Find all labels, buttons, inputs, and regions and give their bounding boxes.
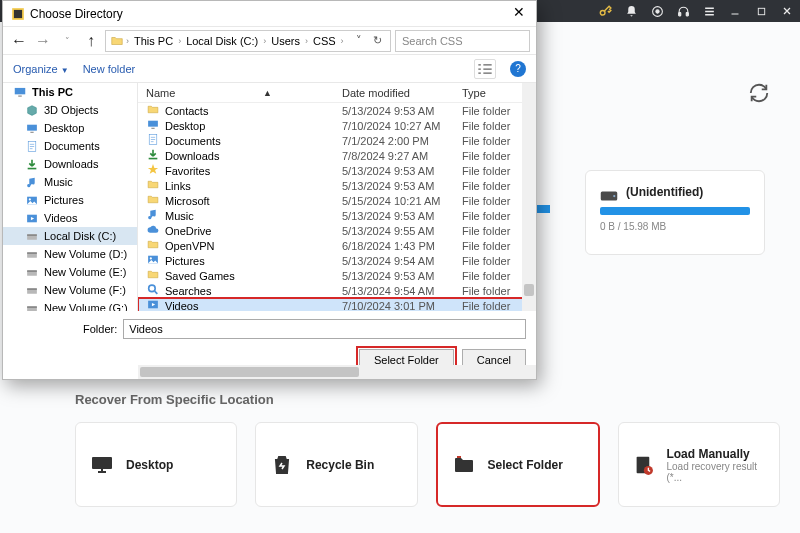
- tree-item[interactable]: Documents: [3, 137, 137, 155]
- file-row[interactable]: Downloads7/8/2024 9:27 AMFile folder: [138, 148, 536, 163]
- headset-icon[interactable]: [676, 4, 690, 18]
- dialog-close-button[interactable]: ✕: [510, 5, 528, 23]
- location-desktop[interactable]: Desktop: [75, 422, 237, 507]
- organize-menu[interactable]: Organize ▼: [13, 63, 69, 75]
- breadcrumb[interactable]: CSS: [310, 35, 339, 47]
- address-dropdown[interactable]: ˅: [352, 34, 366, 47]
- horizontal-scrollbar[interactable]: [138, 365, 536, 379]
- help-button[interactable]: ?: [510, 61, 526, 77]
- folder-icon: [146, 238, 160, 253]
- folder-select-icon: [452, 453, 476, 477]
- file-row[interactable]: Searches5/13/2024 9:54 AMFile folder: [138, 283, 536, 298]
- hard-drive-icon: [600, 189, 618, 203]
- tree-item[interactable]: Local Disk (C:): [3, 227, 137, 245]
- file-row[interactable]: Pictures5/13/2024 9:54 AMFile folder: [138, 253, 536, 268]
- tree-item[interactable]: New Volume (D:): [3, 245, 137, 263]
- view-mode-button[interactable]: [474, 59, 496, 79]
- folder-name-input[interactable]: [123, 319, 526, 339]
- tree-item[interactable]: Pictures: [3, 191, 137, 209]
- tree-item[interactable]: New Volume (E:): [3, 263, 137, 281]
- drive-capacity: 0 B / 15.98 MB: [600, 221, 750, 232]
- tree-item[interactable]: New Volume (G:): [3, 299, 137, 311]
- minimize-icon[interactable]: [728, 4, 742, 18]
- col-name[interactable]: Name: [142, 87, 263, 99]
- svg-point-42: [150, 257, 152, 259]
- col-date[interactable]: Date modified: [342, 87, 462, 99]
- this-pc-icon: [13, 85, 27, 99]
- bell-icon[interactable]: [624, 4, 638, 18]
- breadcrumb[interactable]: Local Disk (C:): [183, 35, 261, 47]
- file-row[interactable]: Videos7/10/2024 3:01 PMFile folder: [138, 298, 536, 311]
- svg-point-0: [600, 10, 605, 15]
- svg-rect-28: [27, 252, 37, 254]
- svg-rect-3: [678, 12, 680, 15]
- svg-rect-16: [15, 88, 26, 94]
- nav-back-button[interactable]: ←: [9, 31, 29, 51]
- file-row[interactable]: Documents7/1/2024 2:00 PMFile folder: [138, 133, 536, 148]
- tree-item[interactable]: Music: [3, 173, 137, 191]
- tree-root-this-pc[interactable]: This PC: [3, 83, 137, 101]
- refresh-icon[interactable]: [748, 82, 770, 104]
- sort-indicator-icon: ▲: [263, 88, 272, 98]
- breadcrumb[interactable]: This PC: [131, 35, 176, 47]
- drive-icon: [25, 229, 39, 243]
- download-icon: [25, 157, 39, 171]
- column-headers[interactable]: Name ▲ Date modified Type: [138, 83, 536, 103]
- menu-icon[interactable]: [702, 4, 716, 18]
- tree-item[interactable]: Downloads: [3, 155, 137, 173]
- star-icon: [146, 163, 160, 178]
- breadcrumb[interactable]: Users: [268, 35, 303, 47]
- location-load-manually[interactable]: Load ManuallyLoad recovery result (*...: [618, 422, 780, 507]
- section-title: Recover From Specific Location: [75, 392, 274, 407]
- svg-rect-15: [14, 9, 22, 17]
- file-row[interactable]: OpenVPN6/18/2024 1:43 PMFile folder: [138, 238, 536, 253]
- desktop-icon: [90, 453, 114, 477]
- drive-card-unidentified[interactable]: (Unidentified) 0 B / 15.98 MB: [585, 170, 765, 255]
- disc-icon[interactable]: [650, 4, 664, 18]
- nav-recent-button[interactable]: ˅: [57, 31, 77, 51]
- tree-item[interactable]: 3D Objects: [3, 101, 137, 119]
- dialog-title: Choose Directory: [30, 7, 123, 21]
- desktop-icon: [25, 121, 39, 135]
- svg-rect-10: [101, 469, 103, 472]
- close-icon[interactable]: [780, 4, 794, 18]
- file-row[interactable]: Contacts5/13/2024 9:53 AMFile folder: [138, 103, 536, 118]
- search-input[interactable]: Search CSS: [395, 30, 530, 52]
- file-row[interactable]: Favorites5/13/2024 9:53 AMFile folder: [138, 163, 536, 178]
- file-row[interactable]: Links5/13/2024 9:53 AMFile folder: [138, 178, 536, 193]
- svg-rect-21: [28, 167, 37, 169]
- tree-item[interactable]: New Volume (F:): [3, 281, 137, 299]
- nav-tree[interactable]: This PC 3D ObjectsDesktopDocumentsDownlo…: [3, 83, 138, 311]
- tree-item[interactable]: Desktop: [3, 119, 137, 137]
- location-select-folder[interactable]: Select Folder: [436, 422, 600, 507]
- vertical-scrollbar[interactable]: [522, 83, 536, 311]
- location-label: Select Folder: [488, 458, 563, 472]
- svg-rect-26: [27, 234, 37, 236]
- address-refresh[interactable]: ↻: [368, 34, 386, 47]
- folder-icon: [146, 268, 160, 283]
- new-folder-button[interactable]: New folder: [83, 63, 136, 75]
- file-row[interactable]: Microsoft5/15/2024 10:21 AMFile folder: [138, 193, 536, 208]
- svg-point-43: [149, 285, 156, 292]
- address-bar[interactable]: › This PC› Local Disk (C:)› Users› CSS› …: [105, 30, 391, 52]
- nav-forward-button: →: [33, 31, 53, 51]
- file-row[interactable]: Desktop7/10/2024 10:27 AMFile folder: [138, 118, 536, 133]
- picture-icon: [146, 253, 160, 268]
- nav-up-button[interactable]: ↑: [81, 31, 101, 51]
- drive-title: (Unidentified): [626, 185, 750, 199]
- folder-icon: [146, 193, 160, 208]
- dialog-nav: ← → ˅ ↑ › This PC› Local Disk (C:)› User…: [3, 27, 536, 55]
- maximize-icon[interactable]: [754, 4, 768, 18]
- cube-icon: [25, 103, 39, 117]
- svg-rect-18: [27, 124, 37, 130]
- tree-item[interactable]: Videos: [3, 209, 137, 227]
- file-row[interactable]: OneDrive5/13/2024 9:55 AMFile folder: [138, 223, 536, 238]
- file-row[interactable]: Music5/13/2024 9:53 AMFile folder: [138, 208, 536, 223]
- location-recycle-bin[interactable]: Recycle Bin: [255, 422, 417, 507]
- svg-rect-32: [27, 288, 37, 290]
- key-icon[interactable]: [598, 4, 612, 18]
- file-row[interactable]: Saved Games5/13/2024 9:53 AMFile folder: [138, 268, 536, 283]
- dialog-toolbar: Organize ▼ New folder ?: [3, 55, 536, 83]
- load-icon: [633, 453, 655, 477]
- svg-rect-19: [30, 131, 33, 132]
